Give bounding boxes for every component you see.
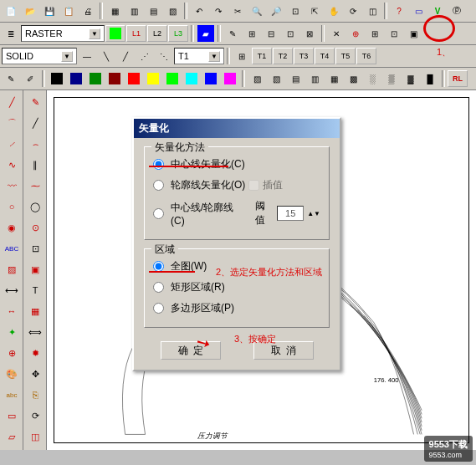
save-icon[interactable]: 📋 — [59, 2, 78, 20]
t1-button[interactable]: T1 — [252, 48, 272, 64]
radio-outline-input[interactable] — [153, 180, 164, 191]
undo-icon[interactable]: ↶ — [190, 2, 208, 20]
snap-icon[interactable]: ▣ — [25, 259, 45, 279]
tool-icon[interactable]: ▥ — [125, 2, 143, 20]
hatch-icon[interactable]: ▤ — [286, 69, 305, 88]
tool-icon[interactable]: ⊞ — [243, 24, 261, 43]
tool-icon[interactable]: ▣ — [404, 24, 422, 43]
line-icon[interactable]: ╱ — [25, 113, 45, 133]
color-icon[interactable] — [144, 69, 162, 88]
fill-icon[interactable]: ▰ — [197, 24, 215, 43]
abc-icon[interactable]: abc — [2, 385, 22, 405]
t2-button[interactable]: T2 — [273, 48, 293, 64]
snap-icon[interactable]: ⊡ — [25, 238, 45, 258]
arc-icon[interactable]: ⟋ — [2, 134, 22, 154]
tool-icon[interactable]: ⊞ — [233, 47, 251, 65]
txt-icon[interactable]: T — [25, 280, 45, 300]
color-icon[interactable] — [105, 69, 124, 88]
arc-icon[interactable]: ⌢ — [25, 134, 45, 154]
spline-icon[interactable]: 〰 — [2, 176, 22, 196]
t5-button[interactable]: T5 — [335, 48, 356, 64]
layer-icon[interactable]: ≣ — [2, 24, 20, 43]
prev-view-icon[interactable]: ⇱ — [305, 2, 324, 20]
circle2-icon[interactable]: ◉ — [2, 217, 22, 238]
info-icon[interactable]: ⓟ — [448, 2, 466, 20]
tool-icon[interactable]: ⊟ — [262, 24, 280, 43]
zoom-window-icon[interactable]: ⊡ — [286, 2, 305, 20]
layer-l1[interactable]: L1 — [126, 25, 146, 42]
hatch-icon[interactable]: ▓ — [402, 69, 420, 88]
circle-icon[interactable]: ○ — [2, 197, 22, 217]
color-icon[interactable] — [163, 69, 182, 88]
line-icon[interactable]: ╱ — [2, 92, 22, 112]
t4-button[interactable]: T4 — [315, 48, 335, 64]
radio-both[interactable]: 中心线/轮廓线(C) 阈值 ▲▼ — [153, 196, 320, 231]
point-icon[interactable]: ✦ — [2, 322, 22, 342]
radio-centerline-input[interactable] — [153, 159, 164, 170]
line-style-icon[interactable]: ╱ — [116, 47, 135, 65]
curve-icon[interactable]: ∿ — [2, 155, 22, 175]
hatch-icon[interactable]: ▨ — [248, 69, 266, 88]
pan-icon[interactable]: ✋ — [325, 2, 343, 20]
move-icon[interactable]: ✥ — [25, 364, 45, 384]
color-icon[interactable] — [221, 69, 239, 88]
point-icon[interactable]: ⊕ — [2, 343, 22, 363]
t6-button[interactable]: T6 — [356, 48, 376, 64]
tool-icon[interactable]: ▧ — [163, 2, 182, 20]
refresh-icon[interactable]: ⟳ — [344, 2, 362, 20]
save-icon[interactable]: 💾 — [40, 2, 59, 20]
fill-icon[interactable]: 🎨 — [2, 364, 22, 384]
new-icon[interactable]: 📄 — [2, 2, 20, 20]
hatch-icon[interactable]: ▦ — [25, 301, 45, 321]
help-icon[interactable]: ? — [390, 2, 408, 20]
tool-icon[interactable]: ◫ — [25, 427, 45, 447]
color-icon[interactable] — [67, 69, 85, 88]
redo-icon[interactable]: ↷ — [209, 2, 228, 20]
radio-poly-input[interactable] — [153, 303, 164, 314]
cir-icon[interactable]: ◯ — [25, 197, 45, 217]
radio-rect[interactable]: 矩形区域(R) — [153, 277, 320, 298]
draw-icon[interactable]: ✎ — [2, 69, 20, 88]
dim-icon[interactable]: ⟺ — [25, 322, 45, 342]
para-icon[interactable]: ∥ — [25, 155, 45, 175]
t3-button[interactable]: T3 — [294, 48, 314, 64]
rl-button[interactable]: RL — [448, 70, 468, 87]
copy-icon[interactable]: ⎘ — [25, 385, 45, 405]
print-icon[interactable]: 🖨 — [79, 2, 97, 20]
tool-icon[interactable]: ⊠ — [300, 24, 319, 43]
hatch-icon[interactable]: ░ — [363, 69, 381, 88]
radio-outline[interactable]: 轮廓线矢量化(O) 插值 — [153, 175, 320, 196]
hatch-icon[interactable]: ▦ — [325, 69, 343, 88]
spl-icon[interactable]: ⁓ — [25, 176, 45, 196]
polyline-icon[interactable]: ⌒ — [2, 113, 22, 133]
radio-centerline[interactable]: 中心线矢量化(C) — [153, 154, 320, 175]
open-icon[interactable]: 📂 — [21, 2, 39, 20]
sel-icon[interactable]: ▭ — [2, 406, 22, 426]
ann-icon[interactable]: ✹ — [25, 343, 45, 363]
color-swatch[interactable] — [105, 25, 125, 42]
color-icon[interactable] — [48, 69, 66, 88]
radio-both-input[interactable] — [153, 208, 164, 219]
hatch-icon[interactable]: ▨ — [2, 259, 22, 279]
dim-icon[interactable]: ⟷ — [2, 280, 22, 300]
solid-dropdown[interactable]: SOLID — [2, 48, 77, 64]
target-icon[interactable]: ⊕ — [346, 24, 365, 43]
dim-icon[interactable]: ↔ — [2, 301, 22, 321]
sel-icon[interactable]: ▱ — [2, 427, 22, 447]
radio-poly[interactable]: 多边形区域(P) — [153, 298, 320, 319]
tool-icon[interactable]: ⊡ — [281, 24, 299, 43]
rect-tool-icon[interactable]: ▭ — [409, 2, 427, 20]
hatch-icon[interactable]: ▥ — [305, 69, 324, 88]
hatch-icon[interactable]: ▩ — [344, 69, 362, 88]
color-icon[interactable] — [182, 69, 201, 88]
zoom-out-icon[interactable]: 🔎 — [267, 2, 285, 20]
zoom-in-icon[interactable]: 🔍 — [248, 2, 266, 20]
pen-icon[interactable]: ✎ — [25, 92, 45, 112]
line-style-icon[interactable]: ⋱ — [155, 47, 173, 65]
line-style-icon[interactable]: ⋰ — [136, 47, 154, 65]
pen-icon[interactable]: ✎ — [223, 24, 242, 43]
color-icon[interactable] — [125, 69, 143, 88]
hatch-icon[interactable]: ▒ — [382, 69, 401, 88]
tool-icon[interactable]: ▦ — [105, 2, 124, 20]
clip-icon[interactable]: ◫ — [363, 2, 381, 20]
